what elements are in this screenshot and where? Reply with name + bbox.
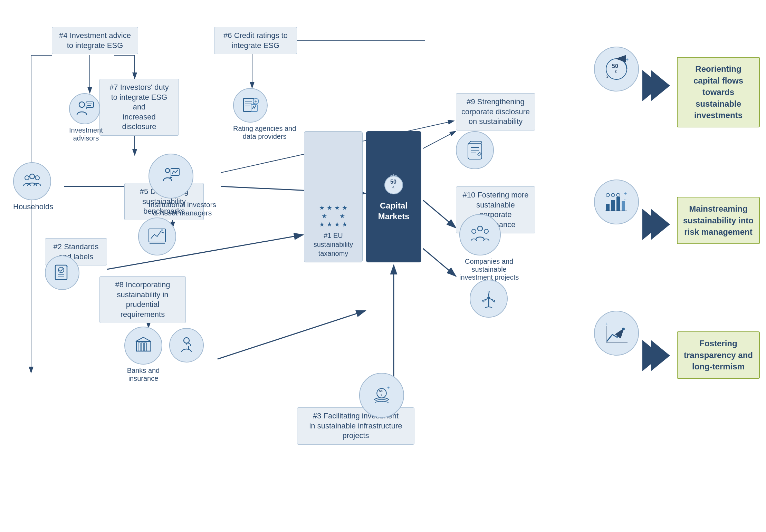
svg-text:€: € <box>392 186 394 190</box>
companies-label: Companies andsustainableinvestment proje… <box>459 258 519 281</box>
facilitating-icon: 50 € + <box>359 373 404 418</box>
svg-point-75 <box>487 297 490 299</box>
facilitating-icon-group: 50 € + <box>359 373 404 418</box>
svg-rect-25 <box>86 102 94 107</box>
wind-turbine-icon <box>470 280 508 318</box>
banks-group: Banks andinsurance <box>124 327 162 383</box>
institutional-investors-icon <box>149 154 193 199</box>
capital-markets-center: 50 € Capital Markets <box>366 131 421 262</box>
outcome-mainstreaming: Mainstreaming sustainability into risk m… <box>677 197 760 244</box>
households-label: Households <box>13 202 53 211</box>
svg-marker-104 <box>651 340 670 371</box>
svg-point-96 <box>622 328 625 330</box>
svg-point-72 <box>472 229 476 233</box>
svg-point-73 <box>484 229 488 233</box>
box-corporate-disclosure: #9 Strengtheningcorporate disclosureon s… <box>456 93 535 130</box>
svg-text:+: + <box>150 243 152 245</box>
standards-icon-group <box>45 255 79 290</box>
svg-point-49 <box>58 267 64 273</box>
chevron1 <box>642 70 670 101</box>
svg-rect-85 <box>606 204 610 211</box>
svg-text:€: € <box>615 70 617 74</box>
svg-point-36 <box>25 176 29 180</box>
investment-advisors-label: Investmentadvisors <box>69 126 103 142</box>
svg-text:50: 50 <box>379 389 382 393</box>
banks-label: Banks andinsurance <box>124 367 162 383</box>
svg-text:50: 50 <box>612 63 618 69</box>
capital-markets-label: Capital Markets <box>366 200 421 222</box>
rating-agencies-group: Rating agencies anddata providers <box>233 88 296 141</box>
svg-point-62 <box>184 338 189 343</box>
svg-text:€: € <box>381 394 382 396</box>
rating-agencies-icon <box>233 88 268 123</box>
svg-line-20 <box>423 200 456 228</box>
rating-agencies-label: Rating agencies anddata providers <box>233 125 296 141</box>
benchmarks-icon-group: + <box>138 217 176 255</box>
svg-point-37 <box>30 174 35 179</box>
box-investors-duty: #7 Investors' dutyto integrate ESG andin… <box>99 79 179 136</box>
svg-point-38 <box>35 176 39 180</box>
companies-icon <box>459 214 501 255</box>
outcome-reorienting-label: Reorienting capital flows towards sustai… <box>682 63 754 121</box>
box-credit-ratings: #6 Credit ratings to integrate ESG <box>214 27 297 54</box>
investment-advisors-group: Investmentadvisors <box>69 93 103 142</box>
chevron2 <box>642 209 670 240</box>
svg-point-71 <box>478 226 482 231</box>
outcome1-icon-group: 50 € + 2 <box>594 47 639 91</box>
standards-icon <box>45 255 79 290</box>
svg-point-39 <box>165 168 170 173</box>
taxonomy-label: #1 EU sustainability taxanomy <box>304 231 362 258</box>
companies-group: Companies andsustainableinvestment proje… <box>459 214 519 281</box>
svg-marker-100 <box>651 70 670 101</box>
svg-rect-86 <box>611 200 615 211</box>
eu-taxonomy-center: ★ ★ ★ ★ ★ ★ ★ ★ ★ ★ #1 EU sustainability… <box>304 131 363 262</box>
svg-line-19 <box>423 131 456 148</box>
insurance-group <box>169 328 204 362</box>
svg-rect-60 <box>144 343 146 351</box>
svg-point-94 <box>616 193 620 197</box>
box-investment-advice: #4 Investment advice to integrate ESG <box>52 27 138 54</box>
svg-text:+: + <box>387 385 390 390</box>
outcome3-icon-group: + <box>594 311 639 356</box>
outcome-fostering: Fostering transparency and long-termism <box>677 331 760 379</box>
svg-text:50: 50 <box>390 179 396 185</box>
box-incorporating: #8 Incorporatingsustainability inprudent… <box>99 276 186 323</box>
svg-rect-88 <box>622 201 625 211</box>
corporate-disclosure-icon <box>456 131 494 169</box>
svg-rect-87 <box>616 197 620 211</box>
corporate-disclosure-group <box>456 131 494 169</box>
svg-rect-59 <box>141 343 143 351</box>
investment-advisors-icon <box>69 93 100 124</box>
main-diagram: #4 Investment advice to integrate ESG #6… <box>0 0 766 532</box>
svg-text:+: + <box>605 321 608 327</box>
svg-marker-102 <box>651 209 670 240</box>
wind-turbine-group <box>470 280 508 318</box>
outcome3-icon: + <box>594 311 639 356</box>
outcome1-icon: 50 € + 2 <box>594 47 639 91</box>
households-icon <box>13 162 51 200</box>
svg-line-14 <box>107 235 303 269</box>
outcome-reorienting: Reorienting capital flows towards sustai… <box>677 57 760 127</box>
eu-stars: ★ ★ ★ ★ ★ ★ ★ ★ ★ ★ <box>319 197 347 231</box>
institutional-label: Institutional investors& Asset managers <box>149 201 216 217</box>
svg-text:+: + <box>624 191 627 196</box>
benchmarks-icon: + <box>138 217 176 255</box>
chevron3 <box>642 340 670 371</box>
svg-rect-43 <box>149 229 165 242</box>
svg-point-92 <box>606 193 610 197</box>
svg-text:2: 2 <box>606 75 609 78</box>
svg-point-93 <box>611 193 615 197</box>
svg-line-16 <box>218 311 365 359</box>
svg-point-24 <box>79 102 85 107</box>
outcome-fostering-label: Fostering transparency and long-termism <box>682 338 754 373</box>
svg-line-51 <box>61 269 63 271</box>
svg-text:-: - <box>624 197 626 202</box>
outcome-mainstreaming-label: Mainstreaming sustainability into risk m… <box>682 203 754 238</box>
institutional-investors-group: Institutional investors& Asset managers <box>149 154 216 217</box>
outcome2-icon: + - <box>594 180 639 224</box>
svg-text:+: + <box>626 57 629 62</box>
households-group: Households <box>13 162 53 211</box>
insurance-icon <box>169 328 204 362</box>
svg-marker-56 <box>136 337 151 341</box>
svg-rect-58 <box>138 343 140 351</box>
